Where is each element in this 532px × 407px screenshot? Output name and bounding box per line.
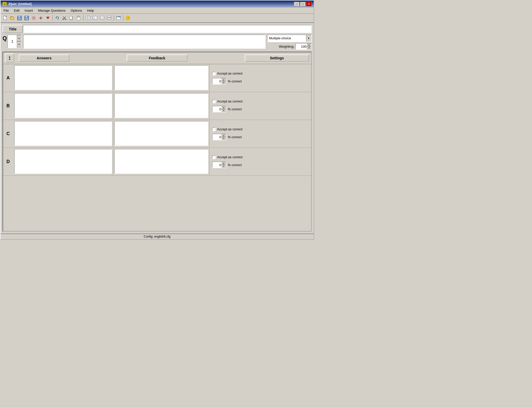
answer-textarea-c[interactable] — [14, 121, 112, 146]
svg-rect-3 — [10, 17, 14, 20]
accept-checkbox-a[interactable] — [212, 72, 216, 75]
menu-manage-questions[interactable]: Manage Questions — [36, 8, 68, 13]
percent-input-a[interactable] — [213, 78, 222, 84]
percent-input-wrap-a: ▲ ▼ — [212, 78, 226, 84]
question-text-input[interactable] — [23, 34, 265, 49]
question-number-up[interactable]: ▲ — [17, 35, 21, 41]
percent-row-d: ▲ ▼ % correct — [212, 162, 309, 168]
accept-row-d: Accept as correct — [212, 155, 309, 159]
toolbar-options3[interactable] — [106, 15, 112, 21]
weighting-input[interactable] — [296, 44, 307, 49]
feedback-textarea-b[interactable] — [114, 93, 208, 118]
svg-text:+: + — [27, 19, 28, 20]
toolbar-check1[interactable]: ✔ — [92, 15, 98, 21]
question-number-spinner: 1 ▲ ▼ — [7, 34, 22, 48]
accept-label-a: Accept as correct — [217, 72, 242, 75]
sort-button[interactable]: ▲ ▼ — [5, 54, 14, 63]
accept-row-c: Accept as correct — [212, 127, 309, 131]
svg-text:✔: ✔ — [93, 17, 96, 20]
answer-textarea-b[interactable] — [14, 93, 112, 118]
question-type-dropdown-btn[interactable]: ▼ — [306, 35, 311, 42]
question-number-down[interactable]: ▼ — [17, 41, 21, 48]
close-button[interactable]: ✕ — [306, 2, 312, 6]
afs-body: A Accept as correct ▲ ▼ % correct — [3, 64, 311, 231]
feedback-textarea-a[interactable] — [114, 65, 208, 90]
afs-header: ▲ ▼ Answers Feedback Settings — [3, 52, 311, 64]
title-label-button[interactable]: Title — [3, 25, 23, 33]
percent-up-d[interactable]: ▲ — [222, 162, 226, 165]
percent-down-c[interactable]: ▼ — [222, 137, 226, 140]
menu-bar: File Edit Insert Manage Questions Option… — [1, 8, 314, 14]
answer-textarea-d[interactable] — [14, 149, 112, 174]
percent-label-c: % correct — [228, 135, 242, 139]
toolbar-save-as[interactable]: + — [23, 15, 30, 21]
answer-textarea-a[interactable] — [14, 65, 112, 90]
question-row: Q 1 ▲ ▼ Multiple-choice ▼ Weighting: — [3, 34, 312, 50]
toolbar-paste[interactable] — [75, 15, 82, 21]
feedback-textarea-c[interactable] — [114, 121, 208, 146]
toolbar-clear[interactable] — [30, 15, 37, 21]
toolbar-preview[interactable] — [85, 15, 91, 21]
answers-header-label: Answers — [37, 56, 51, 60]
menu-edit[interactable]: Edit — [12, 8, 22, 13]
percent-down-b[interactable]: ▼ — [222, 109, 226, 112]
percent-input-wrap-d: ▲ ▼ — [212, 162, 226, 168]
accept-label-c: Accept as correct — [217, 127, 242, 131]
percent-up-b[interactable]: ▲ — [222, 106, 226, 109]
accept-label-d: Accept as correct — [217, 155, 242, 159]
feedback-header-button[interactable]: Feedback — [127, 55, 187, 62]
toolbar-browser[interactable] — [115, 15, 122, 21]
svg-marker-4 — [10, 16, 12, 17]
answers-header-button[interactable]: Answers — [19, 55, 69, 62]
percent-row-a: ▲ ▼ % correct — [212, 78, 309, 84]
percent-up-c[interactable]: ▲ — [222, 134, 226, 137]
row-label-b: B — [3, 92, 13, 120]
app-icon: Q — [3, 2, 7, 6]
svg-rect-17 — [41, 19, 41, 20]
accept-checkbox-d[interactable] — [212, 155, 216, 159]
menu-file[interactable]: File — [2, 8, 11, 13]
answer-col-c — [13, 120, 113, 148]
percent-down-d[interactable]: ▼ — [222, 165, 226, 168]
svg-rect-29 — [78, 16, 79, 17]
weighting-row: Weighting: ▲ ▼ — [267, 43, 312, 50]
title-controls: ─ □ ✕ — [294, 2, 312, 6]
toolbar-cut[interactable] — [61, 15, 68, 21]
svg-point-40 — [110, 17, 111, 18]
settings-header-button[interactable]: Settings — [245, 55, 309, 62]
accept-checkbox-c[interactable] — [212, 128, 216, 131]
toolbar-config[interactable] — [37, 15, 44, 21]
toolbar-new[interactable] — [2, 15, 9, 21]
weighting-arrows: ▲ ▼ — [307, 44, 311, 49]
toolbar-options2[interactable] — [99, 15, 105, 21]
settings-col-a: Accept as correct ▲ ▼ % correct — [210, 64, 311, 92]
percent-row-b: ▲ ▼ % correct — [212, 106, 309, 112]
toolbar-copy[interactable] — [68, 15, 75, 21]
svg-text:?: ? — [127, 16, 129, 20]
menu-help[interactable]: Help — [85, 8, 96, 13]
toolbar-undo[interactable] — [54, 15, 61, 21]
toolbar-save[interactable] — [16, 15, 23, 21]
feedback-textarea-d[interactable] — [114, 149, 208, 174]
settings-header-label: Settings — [270, 56, 284, 60]
percent-input-b[interactable] — [213, 106, 222, 112]
percent-up-a[interactable]: ▲ — [222, 78, 226, 81]
menu-insert[interactable]: Insert — [23, 8, 35, 13]
title-input[interactable] — [23, 25, 312, 33]
restore-button[interactable]: □ — [300, 2, 306, 6]
toolbar-help[interactable]: ? — [125, 15, 131, 21]
menu-options[interactable]: Options — [69, 8, 84, 13]
toolbar-down-arrow[interactable] — [45, 15, 51, 21]
percent-input-d[interactable] — [213, 162, 222, 168]
percent-input-c[interactable] — [213, 134, 222, 140]
answer-col-b — [13, 92, 113, 120]
q-label: Q — [3, 34, 7, 41]
weighting-up[interactable]: ▲ — [307, 44, 311, 46]
answer-row-d: D Accept as correct ▲ ▼ % correct — [3, 148, 311, 176]
answer-row-a: A Accept as correct ▲ ▼ % correct — [3, 64, 311, 92]
toolbar-open[interactable] — [9, 15, 16, 21]
weighting-down[interactable]: ▼ — [307, 46, 311, 49]
minimize-button[interactable]: ─ — [294, 2, 299, 6]
percent-down-a[interactable]: ▼ — [222, 81, 226, 84]
accept-checkbox-b[interactable] — [212, 100, 216, 103]
